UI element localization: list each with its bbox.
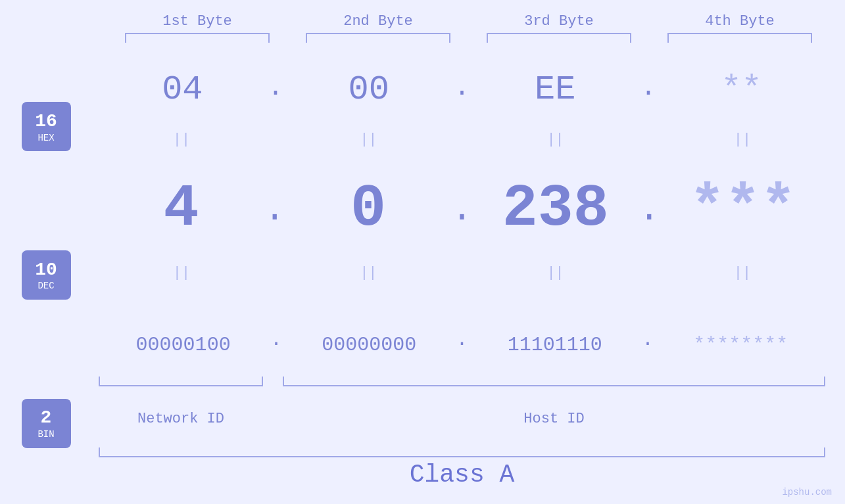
bin-number: 2 xyxy=(41,407,52,429)
dec-b3: 238 xyxy=(502,175,609,242)
byte2-label: 2nd Byte xyxy=(296,13,460,30)
hex-b1: 04 xyxy=(162,70,203,109)
bracket-host xyxy=(283,377,825,386)
top-bracket-3 xyxy=(487,33,631,43)
equals-row-2: || || || || xyxy=(92,263,832,283)
dec-number: 10 xyxy=(35,259,57,281)
dec-b1: 4 xyxy=(163,175,199,242)
class-label: Class A xyxy=(410,461,515,489)
dec-dot1: . xyxy=(264,189,285,231)
dec-name: DEC xyxy=(37,281,54,291)
equals-1-2: || xyxy=(360,131,377,148)
byte1-label: 1st Byte xyxy=(115,13,279,30)
watermark: ipshu.com xyxy=(782,487,832,497)
section-labels: Network ID Host ID xyxy=(92,407,832,427)
hex-b3: EE xyxy=(535,70,575,109)
class-section: Class A xyxy=(92,447,832,493)
bin-b3: 11101110 xyxy=(508,334,602,356)
hex-badge: 16 HEX xyxy=(22,102,71,151)
byte3-label: 3rd Byte xyxy=(477,13,641,30)
bin-b4: ******** xyxy=(693,334,788,356)
dec-dot2: . xyxy=(451,189,473,231)
left-badges: 16 HEX 10 DEC 2 BIN xyxy=(0,46,92,504)
bin-dot3: . xyxy=(642,329,654,351)
dec-badge: 10 DEC xyxy=(22,250,71,300)
hex-dot3: . xyxy=(640,73,656,103)
top-bracket-row xyxy=(107,33,831,43)
bracket-network xyxy=(99,377,263,386)
hex-b2: 00 xyxy=(349,70,389,109)
equals-row-1: || || || || xyxy=(92,129,832,149)
bin-badge: 2 BIN xyxy=(22,399,71,448)
class-bracket xyxy=(99,447,825,457)
bin-name: BIN xyxy=(37,429,54,440)
bin-dot2: . xyxy=(456,329,468,351)
equals-1-3: || xyxy=(546,131,564,148)
bin-b1: 00000100 xyxy=(136,334,231,356)
dec-b2: 0 xyxy=(350,175,386,242)
bin-dot1: . xyxy=(270,329,282,351)
hex-dot1: . xyxy=(268,73,283,103)
hex-b4: ** xyxy=(721,70,761,109)
top-bracket-4 xyxy=(667,33,812,43)
hex-value-row: 04 . 00 . EE . ** xyxy=(92,57,832,109)
equals-1-4: || xyxy=(734,131,751,148)
equals-1-1: || xyxy=(173,131,190,148)
dec-dot3: . xyxy=(639,189,660,231)
network-id-label: Network ID xyxy=(137,411,224,427)
hex-name: HEX xyxy=(37,133,54,143)
byte-header-row: 1st Byte 2nd Byte 3rd Byte 4th Byte xyxy=(107,13,831,30)
equals-2-1: || xyxy=(173,265,190,281)
main-container: 1st Byte 2nd Byte 3rd Byte 4th Byte 16 H… xyxy=(0,0,845,504)
hex-number: 16 xyxy=(35,110,57,133)
hex-dot2: . xyxy=(454,73,470,103)
top-bracket-1 xyxy=(125,33,270,43)
equals-2-2: || xyxy=(360,265,377,281)
equals-2-4: || xyxy=(734,265,751,281)
host-id-label: Host ID xyxy=(523,411,584,427)
dec-value-row: 4 . 0 . 238 . *** xyxy=(92,170,832,242)
bottom-bracket-row xyxy=(92,377,832,386)
equals-2-3: || xyxy=(546,265,564,281)
bin-value-row: 00000100 . 00000000 . 11101110 . *******… xyxy=(92,304,832,356)
top-bracket-2 xyxy=(306,33,450,43)
dec-b4: *** xyxy=(690,175,796,242)
bin-b2: 00000000 xyxy=(322,334,416,356)
byte4-label: 4th Byte xyxy=(658,13,822,30)
